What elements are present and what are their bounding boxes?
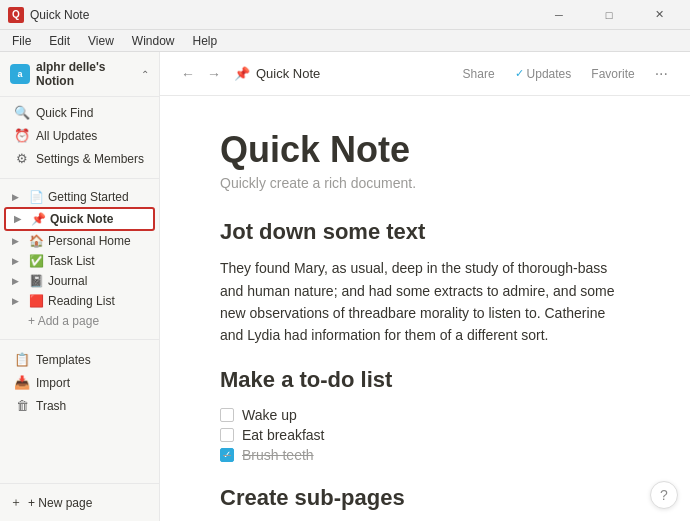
- title-bar-left: Q Quick Note: [8, 7, 89, 23]
- page-subtitle: Quickly create a rich document.: [220, 175, 630, 191]
- sidebar-item-journal[interactable]: ▶ 📓 Journal: [4, 271, 155, 291]
- todo-label-2: Brush teeth: [242, 447, 314, 463]
- header-pin-icon: 📌: [234, 66, 250, 81]
- header-page-title: Quick Note: [256, 66, 320, 81]
- checkbox-2[interactable]: ✓: [220, 448, 234, 462]
- maximize-button[interactable]: □: [586, 0, 632, 30]
- todo-label-0: Wake up: [242, 407, 297, 423]
- sidebar-label-quick-note: Quick Note: [50, 212, 145, 226]
- toggle-icon-4: ▶: [12, 256, 24, 266]
- task-icon: ✅: [28, 254, 44, 268]
- sidebar-label-task-list: Task List: [48, 254, 147, 268]
- check-icon: ✓: [515, 67, 524, 80]
- content-header: ← → 📌 Quick Note Share ✓ Updates Favorit…: [160, 52, 690, 96]
- todo-item-1: Eat breakfast: [220, 425, 630, 445]
- todo-item-2: ✓ Brush teeth: [220, 445, 630, 465]
- header-actions: Share ✓ Updates Favorite ···: [457, 62, 674, 86]
- app-icon: Q: [8, 7, 24, 23]
- chevron-down-icon: ⌃: [141, 69, 149, 80]
- workspace-name: alphr delle's Notion: [36, 60, 135, 88]
- sidebar-item-task-list[interactable]: ▶ ✅ Task List: [4, 251, 155, 271]
- new-page-button[interactable]: ＋ + New page: [0, 488, 159, 517]
- updates-icon: ⏰: [14, 128, 30, 143]
- toggle-icon-5: ▶: [12, 276, 24, 286]
- section-heading-3: Create sub-pages: [220, 485, 630, 511]
- todo-label-1: Eat breakfast: [242, 427, 325, 443]
- home-icon: 🏠: [28, 234, 44, 248]
- sidebar-label-personal-home: Personal Home: [48, 234, 147, 248]
- sidebar-nav: 🔍 Quick Find ⏰ All Updates ⚙ Settings & …: [0, 97, 159, 174]
- sidebar-label-trash: Trash: [36, 399, 66, 413]
- app-body: a alphr delle's Notion ⌃ 🔍 Quick Find ⏰ …: [0, 52, 690, 521]
- sidebar-divider-1: [0, 178, 159, 179]
- add-page-label: + Add a page: [28, 314, 99, 328]
- checkbox-1[interactable]: [220, 428, 234, 442]
- sidebar-item-trash[interactable]: 🗑 Trash: [4, 394, 155, 417]
- sidebar-label-getting-started: Getting Started: [48, 190, 147, 204]
- menu-window[interactable]: Window: [124, 32, 183, 50]
- title-bar-title: Quick Note: [30, 8, 89, 22]
- sidebar-item-settings[interactable]: ⚙ Settings & Members: [4, 147, 155, 170]
- sidebar-item-personal-home[interactable]: ▶ 🏠 Personal Home: [4, 231, 155, 251]
- toggle-icon: ▶: [12, 192, 24, 202]
- sidebar-label-quick-find: Quick Find: [36, 106, 93, 120]
- forward-button[interactable]: →: [202, 62, 226, 86]
- todo-list: Wake up Eat breakfast ✓ Brush teeth: [220, 405, 630, 465]
- toggle-icon-6: ▶: [12, 296, 24, 306]
- section-heading-2: Make a to-do list: [220, 367, 630, 393]
- new-page-label: + New page: [28, 496, 92, 510]
- sidebar-item-reading-list[interactable]: ▶ 🟥 Reading List: [4, 291, 155, 311]
- sidebar-divider-2: [0, 339, 159, 340]
- menu-file[interactable]: File: [4, 32, 39, 50]
- sidebar-tree: ▶ 📄 Getting Started ▶ 📌 Quick Note ▶ 🏠 P…: [0, 183, 159, 335]
- checkbox-0[interactable]: [220, 408, 234, 422]
- sidebar-item-quick-note[interactable]: ▶ 📌 Quick Note: [4, 207, 155, 231]
- trash-icon: 🗑: [14, 398, 30, 413]
- section-body-1: They found Mary, as usual, deep in the s…: [220, 257, 630, 347]
- menu-view[interactable]: View: [80, 32, 122, 50]
- page-icon: 📄: [28, 190, 44, 204]
- workspace-header[interactable]: a alphr delle's Notion ⌃: [0, 52, 159, 97]
- share-button[interactable]: Share: [457, 64, 501, 84]
- sidebar-footer: ＋ + New page: [0, 483, 159, 521]
- quick-find-icon: 🔍: [14, 105, 30, 120]
- sidebar-bottom-nav: 📋 Templates 📥 Import 🗑 Trash: [0, 344, 159, 421]
- updates-label: Updates: [527, 67, 572, 81]
- menu-help[interactable]: Help: [185, 32, 226, 50]
- nav-arrows: ← →: [176, 62, 226, 86]
- content-body: Quick Note Quickly create a rich documen…: [160, 96, 690, 521]
- back-button[interactable]: ←: [176, 62, 200, 86]
- sidebar-label-reading-list: Reading List: [48, 294, 147, 308]
- add-page-item[interactable]: + Add a page: [4, 311, 155, 331]
- sidebar-item-quick-find[interactable]: 🔍 Quick Find: [4, 101, 155, 124]
- pin-icon: 📌: [30, 212, 46, 226]
- more-button[interactable]: ···: [649, 62, 674, 86]
- sidebar-label-all-updates: All Updates: [36, 129, 97, 143]
- new-page-icon: ＋: [10, 494, 22, 511]
- journal-icon: 📓: [28, 274, 44, 288]
- updates-button[interactable]: ✓ Updates: [509, 64, 578, 84]
- sidebar-label-settings: Settings & Members: [36, 152, 144, 166]
- sidebar-item-import[interactable]: 📥 Import: [4, 371, 155, 394]
- templates-icon: 📋: [14, 352, 30, 367]
- sidebar-label-templates: Templates: [36, 353, 91, 367]
- page-title-bar: 📌 Quick Note: [234, 66, 449, 81]
- workspace-avatar: a: [10, 64, 30, 84]
- sidebar-item-all-updates[interactable]: ⏰ All Updates: [4, 124, 155, 147]
- window-controls: ─ □ ✕: [536, 0, 682, 30]
- reading-icon: 🟥: [28, 294, 44, 308]
- toggle-icon-2: ▶: [14, 214, 26, 224]
- section-heading-1: Jot down some text: [220, 219, 630, 245]
- menu-edit[interactable]: Edit: [41, 32, 78, 50]
- minimize-button[interactable]: ─: [536, 0, 582, 30]
- sidebar-item-getting-started[interactable]: ▶ 📄 Getting Started: [4, 187, 155, 207]
- favorite-button[interactable]: Favorite: [585, 64, 640, 84]
- todo-item-0: Wake up: [220, 405, 630, 425]
- settings-icon: ⚙: [14, 151, 30, 166]
- help-button[interactable]: ?: [650, 481, 678, 509]
- menu-bar: File Edit View Window Help: [0, 30, 690, 52]
- sidebar: a alphr delle's Notion ⌃ 🔍 Quick Find ⏰ …: [0, 52, 160, 521]
- page-main-title: Quick Note: [220, 128, 630, 171]
- sidebar-item-templates[interactable]: 📋 Templates: [4, 348, 155, 371]
- close-button[interactable]: ✕: [636, 0, 682, 30]
